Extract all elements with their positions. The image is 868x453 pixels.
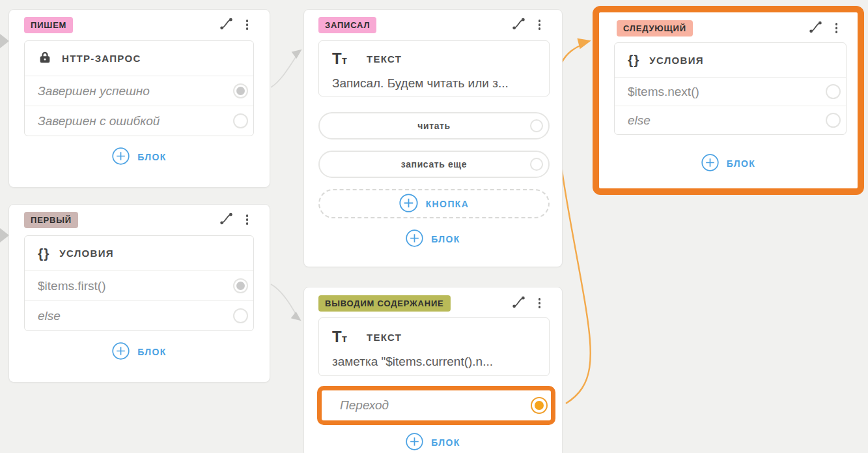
connection-icon[interactable] [219, 17, 233, 33]
add-block-button[interactable]: БЛОК [304, 230, 562, 248]
option-row[interactable]: Завершен успешно [25, 76, 253, 106]
add-block-label: БЛОК [431, 437, 460, 448]
arrowhead-icon [0, 34, 9, 48]
block-type-label: ТЕКСТ [367, 332, 402, 343]
block-text[interactable]: Тт ТЕКСТ заметка "$items.current().n... [318, 317, 550, 376]
block-conditions[interactable]: {} УСЛОВИЯ [25, 236, 253, 270]
block-text[interactable]: Тт ТЕКСТ Записал. Будем читать или з... [318, 40, 550, 96]
node-header: СЛЕДУЮЩИЙ [599, 20, 858, 37]
add-block-button[interactable]: БЛОК [9, 148, 270, 166]
radio-port-icon[interactable] [233, 278, 248, 293]
block-conditions[interactable]: {} УСЛОВИЯ [615, 43, 846, 77]
radio-port-icon[interactable] [233, 308, 248, 323]
button-zapisat-eshche[interactable]: записать еще [318, 151, 550, 178]
flow-canvas: { "colors": { "canvas_bg": "#f1f1ef", "a… [0, 0, 868, 453]
transition-row[interactable]: Переход [322, 390, 551, 420]
kebab-menu-icon[interactable] [244, 18, 251, 32]
connector-perviy-vyvodim [271, 284, 298, 317]
node-title-badge[interactable]: ПИШЕМ [24, 17, 73, 33]
kebab-menu-icon[interactable] [537, 18, 543, 32]
option-label: else [628, 113, 651, 128]
option-label: Завершен успешно [38, 84, 150, 98]
radio-port-icon[interactable] [233, 83, 248, 98]
node-header: ВЫВОДИМ СОДЕРЖАНИЕ [304, 295, 562, 312]
option-label: else [38, 309, 61, 323]
node-header: ПИШЕМ [9, 16, 270, 33]
button-label: читать [417, 121, 450, 131]
arrowhead-icon [291, 312, 304, 324]
add-block-button[interactable]: БЛОК [599, 154, 858, 173]
block-type-label: УСЛОВИЯ [649, 55, 703, 66]
block-type-label: HTTP-ЗАПРОС [62, 53, 141, 64]
radio-port-icon[interactable] [826, 84, 841, 99]
button-label: записать еще [401, 159, 467, 169]
node-sleduyushchiy-highlighted: СЛЕДУЮЩИЙ {} УСЛОВИЯ $items.next() else … [593, 6, 864, 195]
connection-icon[interactable] [512, 17, 525, 33]
plus-circle-icon [399, 194, 418, 214]
highlight-perehod: Переход [317, 386, 555, 425]
button-chitat[interactable]: читать [318, 112, 550, 139]
block-type-label: ТЕКСТ [367, 53, 402, 65]
radio-port-icon[interactable] [233, 113, 248, 128]
text-format-icon: Тт [332, 50, 347, 68]
connection-icon[interactable] [809, 20, 822, 37]
option-row[interactable]: $items.next() [615, 77, 846, 106]
add-block-label: БЛОК [137, 347, 167, 357]
plus-circle-icon [112, 147, 130, 168]
kebab-menu-icon[interactable] [244, 212, 251, 227]
block-type-label: УСЛОВИЯ [59, 248, 113, 259]
add-button-button[interactable]: КНОПКА [318, 189, 550, 218]
option-label: $items.first() [38, 279, 106, 293]
node-pishem: ПИШЕМ HTTP-ЗАПРОС Завершен успешно Завер… [8, 9, 270, 188]
node-header: ЗАПИСАЛ [304, 16, 562, 33]
node-title-badge[interactable]: ВЫВОДИМ СОДЕРЖАНИЕ [318, 295, 451, 312]
add-block-label: БЛОК [727, 158, 756, 169]
radio-port-icon[interactable] [826, 113, 841, 128]
node-title-badge[interactable]: ЗАПИСАЛ [318, 17, 376, 33]
add-block-label: БЛОК [431, 234, 460, 244]
option-row[interactable]: else [25, 300, 253, 330]
radio-port-icon[interactable] [530, 158, 543, 171]
option-row[interactable]: $items.first() [25, 270, 253, 300]
node-header: ПЕРВЫЙ [9, 211, 270, 228]
option-row[interactable]: else [615, 106, 846, 134]
arrowhead-icon [0, 228, 9, 242]
plus-circle-icon [406, 433, 423, 453]
plus-circle-icon [112, 342, 130, 362]
arrowhead-icon [292, 46, 305, 59]
add-button-label: КНОПКА [426, 199, 469, 209]
connector-pishem-zapisal [271, 54, 298, 87]
kebab-menu-icon[interactable] [537, 296, 543, 310]
connection-icon[interactable] [512, 295, 525, 312]
add-block-button[interactable]: БЛОК [304, 433, 562, 452]
node-title-badge[interactable]: ПЕРВЫЙ [24, 212, 78, 228]
add-block-label: БЛОК [137, 152, 167, 162]
arrowhead-icon [577, 35, 593, 49]
option-label: Завершен с ошибкой [38, 114, 160, 128]
node-perviy: ПЕРВЫЙ {} УСЛОВИЯ $items.first() else БЛ… [8, 204, 270, 383]
plus-circle-icon [406, 229, 423, 250]
transition-label: Переход [340, 398, 389, 413]
braces-icon: {} [38, 246, 49, 261]
radio-port-icon[interactable] [531, 397, 548, 414]
node-zapisal: ЗАПИСАЛ Тт ТЕКСТ Записал. Будем читать и… [303, 9, 563, 267]
connection-icon[interactable] [219, 212, 233, 228]
option-label: $items.next() [628, 85, 699, 99]
radio-port-icon[interactable] [530, 119, 543, 132]
plus-circle-icon [701, 154, 719, 174]
message-text: Записал. Будем читать или з... [332, 76, 536, 91]
block-http-request[interactable]: HTTP-ЗАПРОС [25, 41, 253, 76]
message-text: заметка "$items.current().n... [332, 355, 536, 369]
node-vyvodim-soderzhanie: ВЫВОДИМ СОДЕРЖАНИЕ Тт ТЕКСТ заметка "$it… [303, 287, 563, 453]
kebab-menu-icon[interactable] [833, 21, 840, 35]
braces-icon: {} [628, 52, 639, 68]
option-row[interactable]: Завершен с ошибкой [25, 106, 253, 136]
lock-icon [38, 50, 52, 67]
add-block-button[interactable]: БЛОК [9, 343, 270, 361]
text-format-icon: Тт [332, 328, 347, 346]
node-title-badge[interactable]: СЛЕДУЮЩИЙ [617, 20, 693, 37]
